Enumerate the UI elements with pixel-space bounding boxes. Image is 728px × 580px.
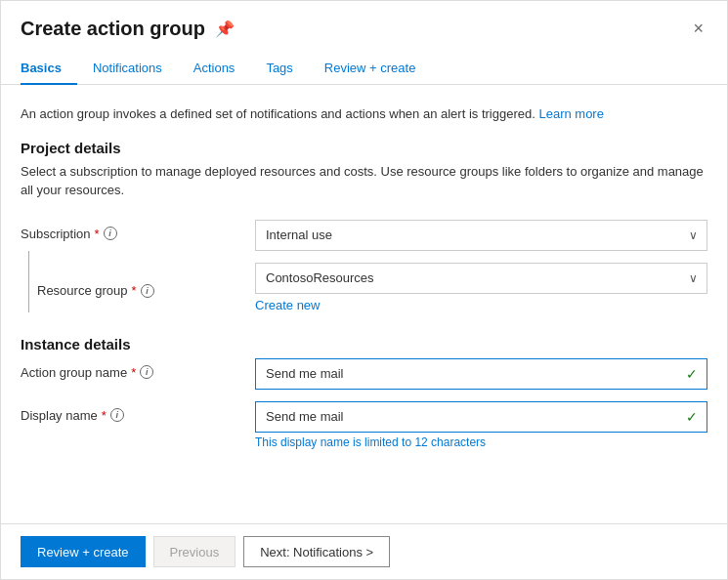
pin-icon[interactable]: 📌 [215,20,235,38]
create-new-link[interactable]: Create new [255,298,320,312]
action-group-name-check-icon: ✓ [686,366,698,382]
display-name-input-col: ✓ This display name is limited to 12 cha… [255,401,707,449]
tab-notifications[interactable]: Notifications [77,53,178,85]
dialog-title: Create action group [21,18,205,40]
resource-group-dropdown-wrapper: ContosoResources ∨ [255,263,707,294]
info-text: An action group invokes a defined set of… [21,101,707,124]
bracket-line [28,251,29,312]
project-details-section: Project details Select a subscription to… [21,140,707,312]
action-group-name-label: Action group name * i [21,358,255,380]
resource-group-dropdown[interactable]: ContosoResources [255,263,707,294]
review-create-button[interactable]: Review + create [21,536,146,567]
action-group-name-info-icon[interactable]: i [140,365,153,379]
display-name-input-wrapper: ✓ [255,401,707,433]
resource-group-label-area: Resource group * i [21,263,255,312]
resource-group-info-icon[interactable]: i [141,284,154,298]
subscription-required: * [95,227,100,241]
next-button[interactable]: Next: Notifications > [243,536,390,567]
tabs: Basics Notifications Actions Tags Review… [1,53,727,85]
tab-actions[interactable]: Actions [178,53,251,85]
subscription-info-icon[interactable]: i [104,227,117,240]
display-name-row: Display name * i ✓ This display name is … [21,401,707,449]
action-group-name-row: Action group name * i ✓ [21,358,707,390]
create-action-group-dialog: Create action group 📌 × Basics Notificat… [0,0,728,580]
action-group-name-input[interactable] [255,358,707,390]
resource-group-label: Resource group * i [33,263,268,312]
resource-group-required: * [132,283,137,298]
close-icon[interactable]: × [689,17,707,41]
previous-button[interactable]: Previous [153,536,236,567]
dialog-footer: Review + create Previous Next: Notificat… [1,523,727,579]
subscription-dropdown-wrapper: Internal use ∨ [255,220,707,251]
action-group-name-required: * [131,365,136,380]
display-name-required: * [102,408,107,423]
dialog-title-area: Create action group 📌 [21,18,235,40]
subscription-input-col: Internal use ∨ [255,220,707,251]
subscription-row: Subscription * i Internal use ∨ [21,220,707,251]
dialog-header: Create action group 📌 × [1,1,727,53]
resource-group-container: Resource group * i ContosoResources ∨ Cr… [21,263,707,312]
learn-more-link[interactable]: Learn more [538,104,603,124]
subscription-label: Subscription * i [21,220,255,241]
project-details-title: Project details [21,140,707,156]
bracket-area [21,263,29,312]
resource-group-input-col: ContosoResources ∨ Create new [255,263,707,312]
tab-basics[interactable]: Basics [21,53,77,85]
display-name-check-icon: ✓ [686,409,698,425]
action-group-name-input-wrapper: ✓ [255,358,707,390]
instance-details-title: Instance details [21,336,707,352]
tab-tags[interactable]: Tags [250,53,308,85]
dialog-body: An action group invokes a defined set of… [1,85,727,523]
action-group-name-input-col: ✓ [255,358,707,390]
display-name-info-icon[interactable]: i [110,408,124,422]
instance-details-section: Instance details Action group name * i ✓ [21,336,707,449]
project-details-desc: Select a subscription to manage deployed… [21,162,707,200]
char-limit-text: This display name is limited to 12 chara… [255,435,707,449]
subscription-dropdown[interactable]: Internal use [255,220,707,251]
tab-review-create[interactable]: Review + create [309,53,432,85]
display-name-label: Display name * i [21,401,255,423]
display-name-input[interactable] [255,401,707,433]
